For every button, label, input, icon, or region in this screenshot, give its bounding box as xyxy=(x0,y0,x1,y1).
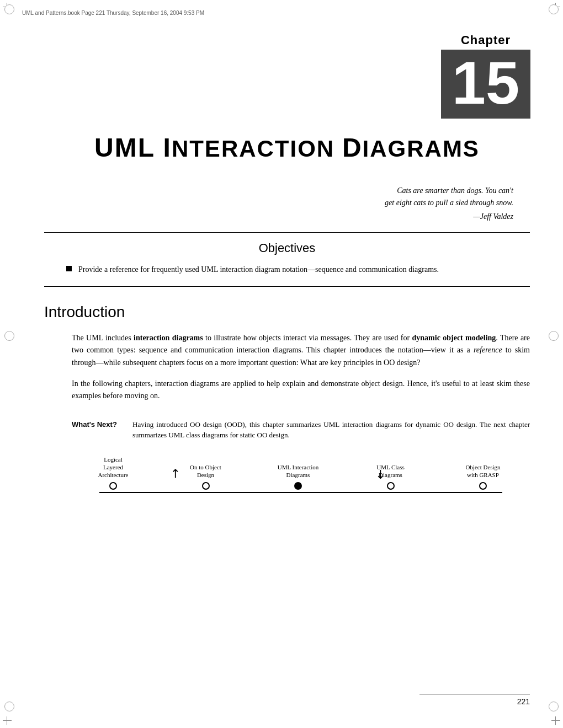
intro-paragraph-2: In the following chapters, interaction d… xyxy=(44,378,530,403)
chapter-title: UML INTERACTION DIAGRAMS xyxy=(44,132,530,163)
whats-next-inner: What's Next? Having introduced OO design… xyxy=(72,419,530,441)
roadmap-timeline: ↗ ↘ LogicalLayeredArchitecture On to Obj… xyxy=(66,454,519,521)
whats-next-label: What's Next? xyxy=(72,419,121,441)
quote-content: Cats are smarter than dogs. You can'tget… xyxy=(385,186,513,207)
roadmap-label-2: On to ObjectDesign xyxy=(190,454,221,479)
page-number: 221 xyxy=(419,697,530,706)
quote-text: Cats are smarter than dogs. You can'tget… xyxy=(44,185,513,210)
roadmap-label-4: UML ClassDiagrams xyxy=(376,454,405,479)
roadmap-node-5: Object Designwith GRASP xyxy=(453,454,513,490)
roadmap-circle-5 xyxy=(479,482,487,490)
page-number-section: 221 xyxy=(419,694,530,706)
objectives-item-text: Provide a reference for frequently used … xyxy=(78,264,439,275)
italic-reference: reference xyxy=(474,346,502,354)
roadmap-label-3: UML InteractionDiagrams xyxy=(278,454,318,479)
chapter-number: 15 xyxy=(441,50,530,119)
roadmap-label-5: Object Designwith GRASP xyxy=(465,454,500,479)
roadmap-node-3: UML InteractionDiagrams xyxy=(268,454,328,490)
roadmap-line xyxy=(99,492,502,493)
title-uml: UML xyxy=(94,133,163,162)
chapter-box: Chapter 15 xyxy=(431,33,541,119)
roadmap-node-4: UML ClassDiagrams xyxy=(360,454,421,490)
intro-paragraph-1: The UML includes interaction diagrams to… xyxy=(44,332,530,369)
corner-circle-mid-left xyxy=(4,331,14,341)
crosshair-bottom-left xyxy=(3,716,12,725)
corner-circle-top-left xyxy=(4,4,14,14)
objectives-item-1: Provide a reference for frequently used … xyxy=(66,264,513,275)
bullet-icon xyxy=(66,266,72,271)
corner-circle-top-right xyxy=(549,4,559,14)
page-number-line xyxy=(419,694,530,694)
corner-circle-bot-left xyxy=(4,702,14,711)
objectives-section: Objectives Provide a reference for frequ… xyxy=(44,232,530,287)
roadmap-nodes: LogicalLayeredArchitecture On to ObjectD… xyxy=(83,454,513,490)
corner-circle-bot-right xyxy=(549,702,559,711)
roadmap-node-1: LogicalLayeredArchitecture xyxy=(83,454,144,490)
whats-next-text: Having introduced OO design (OOD), this … xyxy=(132,419,530,441)
roadmap-circle-3 xyxy=(294,482,302,490)
bold-dynamic-object-modeling: dynamic object modeling xyxy=(412,334,496,342)
corner-circle-mid-right xyxy=(549,331,559,341)
roadmap-section: ↗ ↘ LogicalLayeredArchitecture On to Obj… xyxy=(44,454,530,521)
roadmap-circle-1 xyxy=(109,482,117,490)
whats-next-section: What's Next? Having introduced OO design… xyxy=(44,419,530,441)
title-interaction-diagrams: INTERACTION DIAGRAMS xyxy=(163,133,480,162)
chapter-label: Chapter xyxy=(431,33,541,47)
bold-interaction-diagrams: interaction diagrams xyxy=(134,334,203,342)
introduction-heading: Introduction xyxy=(44,303,530,321)
roadmap-node-2: On to ObjectDesign xyxy=(176,454,236,490)
roadmap-label-1: LogicalLayeredArchitecture xyxy=(98,454,129,479)
quote-attribution: —Jeff Valdez xyxy=(44,212,513,221)
objectives-title: Objectives xyxy=(61,241,513,255)
objectives-list: Provide a reference for frequently used … xyxy=(61,264,513,275)
roadmap-circle-4 xyxy=(387,482,395,490)
page-header: UML and Patterns.book Page 221 Thursday,… xyxy=(22,10,541,16)
roadmap-circle-2 xyxy=(202,482,210,490)
crosshair-bottom-right xyxy=(551,716,560,725)
header-text: UML and Patterns.book Page 221 Thursday,… xyxy=(22,10,204,16)
quote-section: Cats are smarter than dogs. You can'tget… xyxy=(44,185,530,221)
main-content: UML INTERACTION DIAGRAMS Cats are smarte… xyxy=(44,132,530,521)
